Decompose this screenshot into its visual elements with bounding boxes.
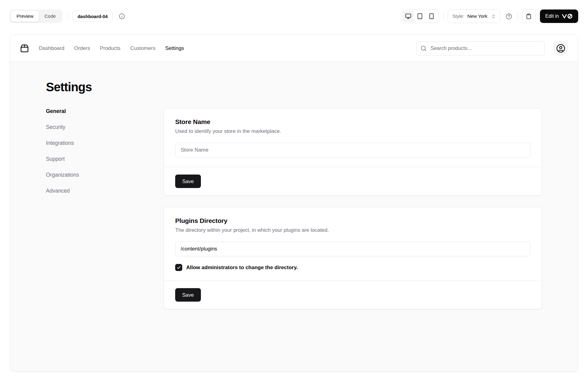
chevrons-up-down-icon <box>491 14 496 19</box>
nav-item-settings[interactable]: Settings <box>165 45 184 51</box>
sidebar-item-organizations[interactable]: Organizations <box>46 172 141 178</box>
tab-code[interactable]: Code <box>39 11 61 22</box>
copy-code-button[interactable] <box>522 9 536 23</box>
plugins-directory-card: Plugins Directory The directory within y… <box>164 207 542 309</box>
monitor-icon <box>405 13 411 19</box>
dashboard-header: Dashboard Orders Products Customers Sett… <box>10 35 578 62</box>
save-button[interactable]: Save <box>175 288 201 302</box>
card-description: Used to identify your store in the marke… <box>175 128 530 134</box>
brand-logo-link[interactable] <box>20 44 29 53</box>
clipboard-icon <box>526 13 532 19</box>
nav-item-products[interactable]: Products <box>100 45 120 51</box>
preview-toolbar: Preview Code dashboard-04 Style: New Yor… <box>10 9 578 23</box>
search-icon <box>420 45 427 51</box>
save-button[interactable]: Save <box>175 175 201 188</box>
search-field-wrapper <box>416 41 545 55</box>
page-title: Settings <box>46 80 542 94</box>
style-select[interactable]: Style: New York <box>448 9 500 23</box>
style-select-label: Style: <box>452 13 464 19</box>
device-toggle-group <box>401 9 439 23</box>
edit-in-v0-label: Edit in <box>545 13 559 19</box>
sidebar-item-general[interactable]: General <box>46 108 141 115</box>
allow-admins-checkbox[interactable] <box>175 264 182 271</box>
tab-preview[interactable]: Preview <box>11 11 39 22</box>
smartphone-icon <box>428 13 435 19</box>
plugins-directory-input[interactable] <box>175 242 530 256</box>
nav-item-orders[interactable]: Orders <box>74 45 90 51</box>
store-name-input[interactable] <box>175 143 530 157</box>
info-icon[interactable] <box>118 12 126 21</box>
card-title: Plugins Directory <box>175 217 530 224</box>
sidebar-item-advanced[interactable]: Advanced <box>46 188 141 194</box>
check-icon <box>177 265 181 270</box>
nav-item-customers[interactable]: Customers <box>130 45 155 51</box>
divider <box>67 12 68 20</box>
card-description: The directory within your project, in wh… <box>175 227 530 233</box>
allow-admins-label[interactable]: Allow administrators to change the direc… <box>186 265 298 271</box>
package-icon <box>20 44 29 53</box>
circle-user-icon <box>556 44 565 53</box>
edit-in-v0-button[interactable]: Edit in <box>540 9 578 23</box>
block-name-badge: dashboard-04 <box>73 11 112 22</box>
help-circle-icon[interactable] <box>505 12 513 21</box>
view-mode-tabs: Preview Code <box>10 9 62 23</box>
store-name-card: Store Name Used to identify your store i… <box>164 108 542 196</box>
divider <box>443 12 443 20</box>
search-input[interactable] <box>416 41 545 55</box>
mobile-view-button[interactable] <box>426 11 437 22</box>
tablet-icon <box>417 13 423 19</box>
main-nav: Dashboard Orders Products Customers Sett… <box>39 45 194 51</box>
divider <box>518 12 518 20</box>
block-preview-frame: Dashboard Orders Products Customers Sett… <box>10 35 578 372</box>
dashboard-main: Settings General Security Integrations S… <box>10 62 578 372</box>
settings-sidebar: General Security Integrations Support Or… <box>46 108 141 194</box>
sidebar-item-integrations[interactable]: Integrations <box>46 140 141 146</box>
style-select-value: New York <box>467 13 487 19</box>
sidebar-item-security[interactable]: Security <box>46 124 141 130</box>
sidebar-item-support[interactable]: Support <box>46 156 141 162</box>
nav-item-dashboard[interactable]: Dashboard <box>39 45 64 51</box>
card-title: Store Name <box>175 118 530 126</box>
desktop-view-button[interactable] <box>402 11 414 22</box>
allow-admins-row: Allow administrators to change the direc… <box>175 264 530 271</box>
v0-logo-icon <box>562 13 573 19</box>
tablet-view-button[interactable] <box>414 11 426 22</box>
user-menu-button[interactable] <box>553 41 568 56</box>
